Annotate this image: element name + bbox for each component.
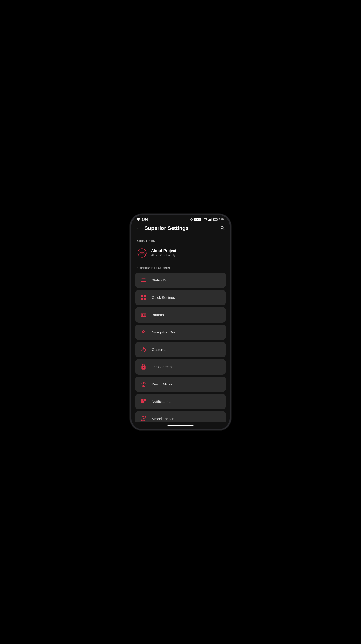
power-menu-item[interactable]: Power Menu <box>135 376 226 392</box>
power-menu-label: Power Menu <box>152 382 172 386</box>
about-subtitle: About Our Family <box>151 254 176 257</box>
power-menu-icon <box>139 380 148 388</box>
svg-rect-19 <box>144 314 146 316</box>
phone-screen: 6:54 VoLTE LTE <box>132 215 230 429</box>
miscellaneous-icon-svg <box>140 416 146 422</box>
screen-title: Superior Settings <box>144 225 220 231</box>
about-project-item[interactable]: About Project About Our Family <box>135 245 226 262</box>
quick-settings-icon-svg <box>140 294 146 301</box>
about-title: About Project <box>151 249 176 253</box>
about-icon <box>137 248 147 258</box>
svg-rect-18 <box>141 314 143 316</box>
team-icon-svg <box>137 248 147 258</box>
settings-content: ABOUT ROM <box>132 235 230 422</box>
wifi-icon <box>137 218 140 221</box>
miscellaneous-icon <box>139 414 148 422</box>
quick-settings-icon <box>139 293 148 302</box>
notifications-label: Notifications <box>152 400 171 404</box>
notifications-icon <box>139 397 148 406</box>
svg-marker-24 <box>141 332 145 334</box>
battery-icon <box>213 218 218 221</box>
section-divider <box>135 263 226 264</box>
miscellaneous-item[interactable]: Miscellaneous <box>135 411 226 422</box>
phone-frame: 6:54 VoLTE LTE <box>130 214 231 430</box>
home-bar <box>132 422 230 429</box>
status-bar-icon <box>139 276 148 284</box>
home-indicator <box>167 425 194 426</box>
svg-rect-0 <box>208 220 209 221</box>
buttons-item[interactable]: Buttons <box>135 307 226 322</box>
svg-point-9 <box>139 252 140 253</box>
svg-rect-16 <box>144 298 146 300</box>
lock-screen-label: Lock Screen <box>152 365 172 369</box>
volte-badge: VoLTE <box>194 218 201 221</box>
search-button[interactable] <box>220 226 225 231</box>
svg-rect-13 <box>141 295 143 297</box>
navigation-bar-item[interactable]: Navigation Bar <box>135 324 226 340</box>
top-app-bar: ← Superior Settings <box>132 223 230 235</box>
svg-point-30 <box>144 399 146 401</box>
status-bar: 6:54 VoLTE LTE <box>132 215 230 223</box>
svg-rect-1 <box>209 219 210 221</box>
svg-point-10 <box>144 252 145 253</box>
lock-screen-icon-svg <box>140 364 146 370</box>
network-label: LTE <box>203 218 208 221</box>
buttons-icon-svg <box>140 312 146 318</box>
status-bar-label: Status Bar <box>152 278 168 282</box>
svg-point-27 <box>142 386 143 387</box>
svg-point-31 <box>143 418 144 419</box>
about-text-group: About Project About Our Family <box>151 249 176 257</box>
status-right: VoLTE LTE 19% <box>190 218 224 221</box>
buttons-label: Buttons <box>152 313 164 317</box>
buttons-icon <box>139 310 148 319</box>
signal-icon <box>208 218 212 221</box>
back-button[interactable]: ← <box>136 225 141 231</box>
power-menu-icon-svg <box>140 381 146 387</box>
quick-settings-label: Quick Settings <box>152 296 175 300</box>
status-bar-icon-svg <box>140 277 146 283</box>
svg-rect-3 <box>211 218 212 221</box>
svg-rect-12 <box>141 278 145 279</box>
navigation-bar-icon <box>139 328 148 336</box>
lock-screen-icon <box>139 362 148 371</box>
gestures-icon <box>139 345 148 354</box>
battery-label: 19% <box>219 218 224 221</box>
notifications-icon-svg <box>140 398 146 405</box>
svg-rect-15 <box>141 298 143 300</box>
status-left: 6:54 <box>137 218 148 221</box>
status-bar-item[interactable]: Status Bar <box>135 272 226 288</box>
features-label: SUPERIOR FEATURES <box>137 267 224 270</box>
svg-point-8 <box>141 251 143 253</box>
gestures-icon-svg <box>140 346 146 353</box>
svg-point-28 <box>144 386 145 387</box>
navigation-bar-label: Navigation Bar <box>152 330 175 334</box>
vibrate-icon <box>190 218 193 221</box>
quick-settings-item[interactable]: Quick Settings <box>135 290 226 305</box>
gestures-label: Gestures <box>152 348 166 352</box>
gestures-item[interactable]: Gestures <box>135 342 226 357</box>
svg-rect-5 <box>218 219 218 220</box>
about-rom-label: ABOUT ROM <box>137 240 224 242</box>
svg-rect-6 <box>214 218 214 220</box>
navigation-bar-icon-svg <box>140 329 146 335</box>
miscellaneous-label: Miscellaneous <box>152 417 174 421</box>
lock-screen-item[interactable]: Lock Screen <box>135 359 226 374</box>
svg-rect-2 <box>210 218 211 221</box>
notifications-item[interactable]: Notifications <box>135 394 226 409</box>
svg-point-25 <box>143 347 144 348</box>
search-icon <box>220 226 225 231</box>
svg-rect-14 <box>144 295 146 297</box>
svg-point-26 <box>143 386 144 387</box>
time-display: 6:54 <box>142 218 148 221</box>
